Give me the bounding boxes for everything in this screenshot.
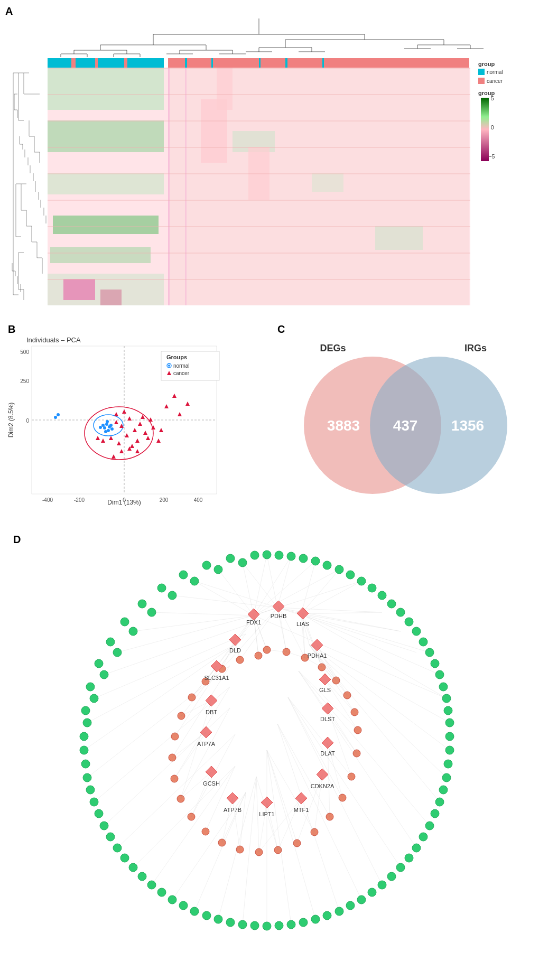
panel-b-label: B xyxy=(8,323,15,335)
svg-line-296 xyxy=(243,563,277,608)
svg-line-290 xyxy=(254,581,361,615)
svg-point-234 xyxy=(226,918,235,927)
mtf1-label: MTF1 xyxy=(294,807,309,813)
svg-point-217 xyxy=(419,638,428,646)
svg-point-232 xyxy=(275,921,283,930)
center-diamond-nodes: FDX1 PDHB LIAS DLD PDHA1 xyxy=(197,601,335,817)
svg-point-128 xyxy=(109,424,113,427)
figure-container: A xyxy=(0,0,539,980)
network-svg: D xyxy=(5,528,528,972)
fdx1-label: FDX1 xyxy=(246,619,261,626)
svg-point-216 xyxy=(405,618,413,626)
atp7b-label: ATP7B xyxy=(224,807,241,813)
svg-point-249 xyxy=(120,618,129,626)
svg-line-289 xyxy=(254,570,339,615)
svg-point-211 xyxy=(299,554,308,563)
slc31a1-label: SLC31A1 xyxy=(204,675,229,681)
svg-point-214 xyxy=(368,584,376,592)
svg-line-292 xyxy=(218,570,254,615)
cancer-legend-label: cancer xyxy=(487,78,503,84)
degs-label: DEGs xyxy=(320,343,346,353)
pca-title: Individuals – PCA xyxy=(26,336,81,344)
svg-point-218 xyxy=(431,659,439,668)
pca-x-400p: 400 xyxy=(194,497,203,503)
svg-point-215 xyxy=(387,600,396,608)
svg-line-300 xyxy=(301,561,315,614)
svg-point-233 xyxy=(250,921,259,930)
svg-rect-37 xyxy=(185,58,187,68)
pca-normal-label: normal xyxy=(173,363,190,369)
pca-y-250: 250 xyxy=(20,378,29,384)
network-group: FDX1 PDHB LIAS DLD PDHA1 xyxy=(80,550,454,930)
svg-rect-120 xyxy=(48,200,470,201)
degs-only-count: 3883 xyxy=(327,417,360,434)
svg-rect-102 xyxy=(50,247,151,263)
svg-line-373 xyxy=(305,658,322,667)
pca-x-200: -200 xyxy=(74,497,85,503)
legend-title: group xyxy=(478,61,495,67)
svg-rect-109 xyxy=(100,290,122,305)
svg-point-126 xyxy=(103,426,106,430)
svg-line-338 xyxy=(152,612,254,615)
svg-point-252 xyxy=(179,571,188,579)
svg-rect-39 xyxy=(259,58,261,68)
svg-rect-115 xyxy=(48,68,470,69)
irgs-label: IRGs xyxy=(464,343,487,353)
svg-point-253 xyxy=(202,561,211,570)
svg-point-250 xyxy=(138,600,146,608)
heatmap-svg: A xyxy=(5,5,528,312)
svg-point-227 xyxy=(387,872,396,881)
svg-line-314 xyxy=(299,671,416,848)
svg-line-297 xyxy=(277,608,382,612)
irgs-only-count: 1356 xyxy=(451,417,484,434)
svg-point-133 xyxy=(104,430,107,433)
svg-point-221 xyxy=(445,732,454,741)
svg-rect-40 xyxy=(285,58,287,68)
svg-point-226 xyxy=(405,854,413,862)
svg-rect-100 xyxy=(48,173,164,194)
svg-point-235 xyxy=(202,911,211,920)
svg-line-406 xyxy=(233,798,240,850)
cancer-legend-box xyxy=(478,78,485,84)
svg-point-230 xyxy=(323,911,331,920)
svg-line-402 xyxy=(191,772,211,817)
svg-line-286 xyxy=(254,555,267,615)
svg-line-315 xyxy=(288,697,401,867)
atp7a-label: ATP7A xyxy=(197,741,216,747)
svg-rect-38 xyxy=(211,58,213,68)
svg-line-340 xyxy=(194,581,277,608)
svg-point-228 xyxy=(368,888,376,897)
svg-point-248 xyxy=(106,638,115,646)
svg-point-246 xyxy=(86,683,95,691)
svg-rect-35 xyxy=(95,58,98,68)
svg-rect-98 xyxy=(48,68,164,110)
svg-line-386 xyxy=(222,640,235,669)
pca-x-400: -400 xyxy=(42,497,53,503)
svg-line-319 xyxy=(267,750,315,919)
svg-line-353 xyxy=(267,750,314,832)
svg-point-241 xyxy=(95,809,103,818)
svg-line-294 xyxy=(267,555,277,608)
svg-point-135 xyxy=(54,416,57,419)
svg-point-239 xyxy=(120,854,129,862)
svg-line-337 xyxy=(133,615,254,631)
svg-point-172 xyxy=(412,627,421,636)
svg-point-247 xyxy=(95,659,103,668)
panel-b: B Individuals – PCA Dim1 (13%) Dim2 (8.5… xyxy=(5,322,254,518)
panel-c: C DEGs IRGs 3883 437 1356 xyxy=(275,322,534,518)
svg-rect-119 xyxy=(48,173,470,174)
pca-cancer-label: cancer xyxy=(173,370,190,376)
svg-point-236 xyxy=(179,901,188,910)
svg-point-170 xyxy=(378,591,386,600)
svg-line-301 xyxy=(301,570,339,614)
svg-line-405 xyxy=(222,798,233,843)
svg-line-339 xyxy=(172,595,277,608)
svg-line-303 xyxy=(301,612,382,614)
svg-rect-117 xyxy=(48,120,470,122)
svg-point-130 xyxy=(106,420,109,423)
svg-point-219 xyxy=(439,683,448,691)
svg-rect-106 xyxy=(312,173,343,192)
dlat-label: DLAT xyxy=(320,750,335,757)
svg-rect-111 xyxy=(185,68,187,305)
svg-point-243 xyxy=(81,760,90,768)
